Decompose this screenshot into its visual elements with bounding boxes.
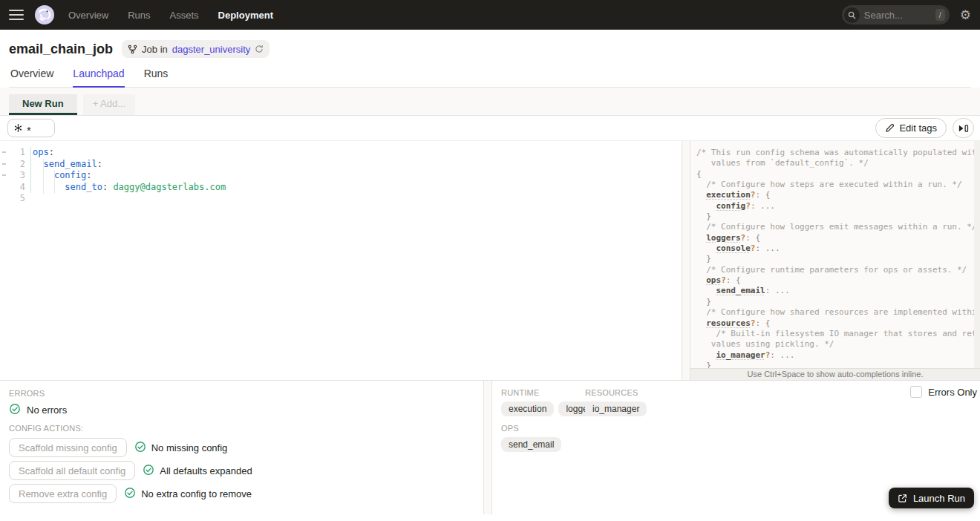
launchpad-session-strip: New Run + Add...: [0, 88, 980, 116]
global-search[interactable]: /: [842, 5, 950, 24]
preview-section-label: OPS: [501, 424, 585, 433]
schema-line: values from `default_config`. */: [696, 158, 971, 168]
remove-extra-config-button[interactable]: Remove extra config: [9, 484, 117, 503]
indent-guide: [30, 147, 31, 193]
launchpad-main: 12345 ops: send_email: config: send_to: …: [0, 141, 980, 380]
code-line: send_email:: [33, 159, 226, 171]
schema-line: loggers?: {: [696, 233, 971, 243]
edit-tags-button[interactable]: Edit tags: [875, 118, 947, 138]
errors-status: No errors: [9, 403, 474, 417]
errors-only-checkbox[interactable]: [910, 386, 922, 398]
config-action-status-text: All defaults expanded: [160, 465, 252, 476]
dagster-logo[interactable]: [34, 4, 55, 25]
chip-execution[interactable]: execution: [501, 402, 554, 416]
edit-tags-label: Edit tags: [899, 122, 937, 134]
schema-line: values using pickling. */: [696, 339, 971, 350]
config-action-status-text: No extra config to remove: [141, 488, 252, 499]
line-number: 5: [0, 193, 25, 205]
op-selector-input[interactable]: *: [7, 119, 55, 137]
editor-code[interactable]: ops: send_email: config: send_to: daggy@…: [33, 147, 226, 205]
job-header: email_chain_job Job in dagster_universit…: [0, 30, 980, 88]
scaffold-all-default-config-button[interactable]: Scaffold all default config: [9, 461, 135, 480]
preview-section-runtime: RUNTIMEexecutionloggers: [501, 388, 585, 416]
op-selector-value: *: [27, 127, 31, 134]
session-tab-label: New Run: [22, 98, 64, 109]
nav-item-assets[interactable]: Assets: [170, 10, 199, 21]
errors-only-toggle[interactable]: Errors Only: [910, 386, 977, 398]
run-preview-panel: RUNTIMEexecutionloggersRESOURCESio_manag…: [492, 381, 980, 514]
check-circle-icon: [143, 464, 154, 478]
line-number: 4: [0, 182, 25, 194]
schema-line: /* Configure runtime parameters for ops …: [696, 265, 971, 275]
op-selector-icon: [13, 123, 23, 133]
config-actions-label: CONFIG ACTIONS:: [9, 424, 474, 433]
schema-line: config?: ...: [696, 201, 971, 212]
top-nav: OverviewRunsAssetsDeployment / ⚙: [0, 0, 980, 30]
repo-location-link[interactable]: dagster_university: [172, 44, 251, 55]
job-location-badge: Job in dagster_university: [122, 40, 270, 58]
schema-line: io_manager?: ...: [696, 350, 971, 361]
config-schema-panel: /* This run config schema was automatica…: [690, 141, 980, 380]
editor-schema-splitter[interactable]: [682, 141, 690, 380]
code-line: config:: [33, 170, 226, 182]
schema-scrollbar[interactable]: [974, 141, 980, 368]
config-actions: Scaffold missing configNo missing config…: [9, 438, 474, 503]
line-number: 3: [0, 170, 25, 182]
errors-only-label: Errors Only: [928, 387, 977, 398]
tab-launchpad[interactable]: Launchpad: [73, 68, 124, 88]
config-action-status: No missing config: [134, 441, 228, 455]
schema-line: }: [696, 254, 971, 264]
config-action-row: Remove extra configNo extra config to re…: [9, 484, 474, 503]
schema-code: /* This run config schema was automatica…: [690, 141, 980, 371]
nav-item-overview[interactable]: Overview: [68, 10, 108, 21]
config-editor[interactable]: 12345 ops: send_email: config: send_to: …: [0, 141, 682, 380]
tab-runs[interactable]: Runs: [144, 68, 169, 87]
errors-status-text: No errors: [27, 404, 67, 416]
preview-section-ops: OPSsend_email: [501, 424, 585, 452]
code-line: ops:: [33, 147, 226, 159]
line-number: 1: [0, 147, 25, 159]
config-action-status-text: No missing config: [151, 442, 228, 453]
preview-sections: RUNTIMEexecutionloggersRESOURCESio_manag…: [501, 388, 971, 452]
config-action-status: All defaults expanded: [143, 464, 252, 478]
bottom-panel: ERRORS No errors CONFIG ACTIONS: Scaffol…: [0, 380, 980, 514]
editor-line-numbers: 12345: [0, 147, 25, 205]
schema-line: /* This run config schema was automatica…: [696, 148, 971, 158]
errors-label: ERRORS: [9, 389, 474, 398]
schema-line: execution?: {: [696, 190, 971, 200]
chip-send_email[interactable]: send_email: [501, 437, 561, 452]
hamburger-menu-icon[interactable]: [9, 10, 24, 20]
code-line: [33, 193, 226, 205]
launchpad-toolbar: * Edit tags: [0, 116, 980, 141]
preview-chips: io_manager: [585, 402, 647, 416]
session-tab-new-run[interactable]: New Run: [9, 94, 77, 115]
job-tabs: OverviewLaunchpadRuns: [9, 68, 971, 88]
check-circle-icon: [134, 441, 146, 455]
split-pane-icon: [958, 124, 969, 133]
launch-run-button[interactable]: Launch Run: [889, 488, 974, 508]
config-action-row: Scaffold missing configNo missing config: [9, 438, 474, 457]
nav-item-runs[interactable]: Runs: [128, 10, 150, 21]
errors-panel: ERRORS No errors CONFIG ACTIONS: Scaffol…: [0, 381, 483, 514]
session-tab-add-label: + Add...: [93, 98, 125, 109]
config-action-status: No extra config to remove: [124, 487, 252, 501]
scaffold-missing-config-button[interactable]: Scaffold missing config: [9, 438, 127, 457]
gear-icon[interactable]: ⚙: [960, 9, 971, 22]
toggle-split-pane-button[interactable]: [953, 118, 974, 138]
schema-line: {: [696, 169, 971, 180]
schema-line: }: [696, 212, 971, 222]
code-line: send_to: daggy@dagsterlabs.com: [33, 182, 226, 194]
schema-line: /* Configure how steps are executed with…: [696, 180, 971, 190]
tab-overview[interactable]: Overview: [10, 68, 53, 87]
refresh-icon[interactable]: [255, 45, 264, 53]
nav-item-deployment[interactable]: Deployment: [218, 10, 273, 21]
bottom-splitter[interactable]: [483, 381, 492, 514]
chip-io_manager[interactable]: io_manager: [585, 402, 647, 416]
search-input[interactable]: [864, 10, 935, 21]
job-badge-prefix: Job in: [142, 44, 168, 55]
page-title: email_chain_job: [9, 42, 113, 57]
check-circle-icon: [124, 487, 136, 501]
search-icon: [844, 7, 860, 23]
preview-section-resources: RESOURCESio_manager: [585, 388, 647, 416]
session-tab-add[interactable]: + Add...: [83, 94, 135, 115]
